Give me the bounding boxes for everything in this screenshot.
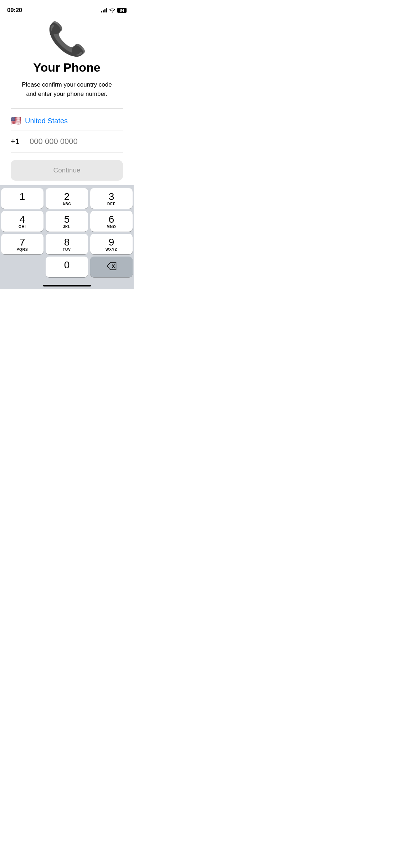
key-0-number: 0: [64, 260, 70, 270]
key-9-number: 9: [109, 237, 114, 247]
key-4[interactable]: 4 GHI: [1, 211, 43, 232]
keyboard-row-3: 7 PQRS 8 TUV 9 WXYZ: [1, 234, 133, 254]
key-8-number: 8: [64, 237, 70, 247]
key-7-number: 7: [20, 237, 25, 247]
key-9[interactable]: 9 WXYZ: [90, 234, 133, 254]
backspace-icon: [107, 262, 117, 272]
top-divider: [11, 108, 123, 109]
page-title: Your Phone: [33, 61, 100, 74]
status-icons: 84: [101, 8, 127, 13]
keyboard-row-2: 4 GHI 5 JKL 6 MNO: [1, 211, 133, 232]
key-6[interactable]: 6 MNO: [90, 211, 133, 232]
key-5-number: 5: [64, 215, 70, 224]
country-code: +1: [11, 137, 25, 146]
key-4-number: 4: [20, 215, 25, 224]
status-time: 09:20: [7, 7, 22, 14]
key-7[interactable]: 7 PQRS: [1, 234, 43, 254]
keyboard-row-1: 1 2 ABC 3 DEF: [1, 188, 133, 209]
key-2[interactable]: 2 ABC: [46, 188, 88, 209]
country-selector[interactable]: 🇺🇸 United States: [11, 114, 123, 130]
country-name: United States: [25, 117, 68, 125]
keyboard: 1 2 ABC 3 DEF 4 GHI 5 JKL 6 MNO 7 PQRS: [0, 185, 134, 289]
key-empty: [1, 257, 43, 277]
key-5[interactable]: 5 JKL: [46, 211, 88, 232]
phone-input-row: +1: [11, 130, 123, 153]
page-subtitle: Please confirm your country codeand ente…: [22, 80, 112, 98]
key-6-number: 6: [109, 215, 114, 224]
wifi-icon: [109, 8, 115, 12]
home-indicator: [43, 285, 91, 286]
country-flag: 🇺🇸: [11, 116, 21, 126]
signal-icon: [101, 8, 107, 12]
phone-number-input[interactable]: [30, 137, 128, 146]
keyboard-row-4: 0: [1, 257, 133, 277]
phone-icon: 📞: [47, 23, 87, 55]
key-1-number: 1: [20, 192, 25, 202]
key-3[interactable]: 3 DEF: [90, 188, 133, 209]
key-0[interactable]: 0: [46, 257, 88, 277]
key-1[interactable]: 1: [1, 188, 43, 209]
battery-icon: 84: [117, 8, 127, 13]
main-content: 📞 Your Phone Please confirm your country…: [0, 16, 134, 181]
status-bar: 09:20 84: [0, 0, 134, 16]
backspace-key[interactable]: [90, 257, 133, 277]
continue-button[interactable]: Continue: [11, 160, 123, 181]
key-2-number: 2: [64, 192, 70, 202]
key-3-number: 3: [109, 192, 114, 202]
key-8[interactable]: 8 TUV: [46, 234, 88, 254]
